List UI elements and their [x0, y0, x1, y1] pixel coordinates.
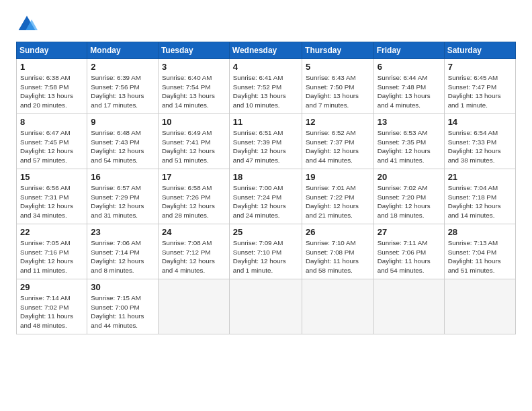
calendar-cell — [229, 279, 302, 334]
day-detail: Sunrise: 7:15 AMSunset: 7:00 PMDaylight:… — [91, 293, 154, 330]
day-detail: Sunrise: 6:47 AMSunset: 7:45 PMDaylight:… — [20, 128, 83, 165]
day-number: 14 — [448, 117, 512, 127]
day-number: 30 — [91, 282, 154, 292]
day-detail: Sunrise: 6:45 AMSunset: 7:47 PMDaylight:… — [448, 73, 512, 110]
calendar-cell: 13 Sunrise: 6:53 AMSunset: 7:35 PMDaylig… — [373, 114, 444, 169]
day-detail: Sunrise: 6:40 AMSunset: 7:54 PMDaylight:… — [162, 73, 226, 110]
day-number: 2 — [91, 62, 154, 72]
calendar-cell: 14 Sunrise: 6:54 AMSunset: 7:33 PMDaylig… — [444, 114, 515, 169]
day-number: 28 — [448, 227, 512, 237]
day-number: 18 — [233, 172, 298, 182]
day-detail: Sunrise: 6:52 AMSunset: 7:37 PMDaylight:… — [306, 128, 370, 165]
calendar-header-wednesday: Wednesday — [229, 42, 302, 59]
calendar-cell: 19 Sunrise: 7:01 AMSunset: 7:22 PMDaylig… — [302, 169, 374, 224]
calendar-cell — [158, 279, 229, 334]
day-detail: Sunrise: 7:00 AMSunset: 7:24 PMDaylight:… — [233, 183, 298, 220]
calendar-cell: 24 Sunrise: 7:08 AMSunset: 7:12 PMDaylig… — [158, 224, 229, 279]
day-detail: Sunrise: 6:48 AMSunset: 7:43 PMDaylight:… — [91, 128, 154, 165]
calendar-cell: 6 Sunrise: 6:44 AMSunset: 7:48 PMDayligh… — [373, 59, 444, 114]
day-number: 15 — [20, 172, 83, 182]
day-number: 26 — [306, 227, 370, 237]
calendar-cell: 27 Sunrise: 7:11 AMSunset: 7:06 PMDaylig… — [373, 224, 444, 279]
calendar-header-thursday: Thursday — [302, 42, 374, 59]
calendar-header-saturday: Saturday — [444, 42, 515, 59]
day-detail: Sunrise: 7:09 AMSunset: 7:10 PMDaylight:… — [233, 238, 298, 275]
day-detail: Sunrise: 6:38 AMSunset: 7:58 PMDaylight:… — [20, 73, 83, 110]
day-number: 25 — [233, 227, 298, 237]
calendar-cell: 2 Sunrise: 6:39 AMSunset: 7:56 PMDayligh… — [87, 59, 159, 114]
day-number: 17 — [162, 172, 226, 182]
calendar-cell: 28 Sunrise: 7:13 AMSunset: 7:04 PMDaylig… — [444, 224, 515, 279]
calendar-cell: 8 Sunrise: 6:47 AMSunset: 7:45 PMDayligh… — [17, 114, 87, 169]
day-detail: Sunrise: 6:43 AMSunset: 7:50 PMDaylight:… — [306, 73, 370, 110]
calendar-header-friday: Friday — [373, 42, 444, 59]
day-number: 10 — [162, 117, 226, 127]
day-number: 9 — [91, 117, 154, 127]
calendar-header-monday: Monday — [87, 42, 159, 59]
day-detail: Sunrise: 7:02 AMSunset: 7:20 PMDaylight:… — [378, 183, 441, 220]
day-detail: Sunrise: 6:44 AMSunset: 7:48 PMDaylight:… — [378, 73, 441, 110]
calendar-cell: 29 Sunrise: 7:14 AMSunset: 7:02 PMDaylig… — [17, 279, 87, 334]
day-detail: Sunrise: 7:05 AMSunset: 7:16 PMDaylight:… — [20, 238, 83, 275]
calendar-cell: 10 Sunrise: 6:49 AMSunset: 7:41 PMDaylig… — [158, 114, 229, 169]
calendar-table: SundayMondayTuesdayWednesdayThursdayFrid… — [16, 42, 516, 334]
calendar-cell: 25 Sunrise: 7:09 AMSunset: 7:10 PMDaylig… — [229, 224, 302, 279]
day-number: 29 — [20, 282, 83, 292]
day-detail: Sunrise: 6:41 AMSunset: 7:52 PMDaylight:… — [233, 73, 298, 110]
day-detail: Sunrise: 7:10 AMSunset: 7:08 PMDaylight:… — [306, 238, 370, 275]
calendar-cell: 23 Sunrise: 7:06 AMSunset: 7:14 PMDaylig… — [87, 224, 159, 279]
day-number: 12 — [306, 117, 370, 127]
calendar-cell: 12 Sunrise: 6:52 AMSunset: 7:37 PMDaylig… — [302, 114, 374, 169]
day-number: 24 — [162, 227, 226, 237]
day-detail: Sunrise: 6:54 AMSunset: 7:33 PMDaylight:… — [448, 128, 512, 165]
calendar-cell: 17 Sunrise: 6:58 AMSunset: 7:26 PMDaylig… — [158, 169, 229, 224]
calendar-cell: 1 Sunrise: 6:38 AMSunset: 7:58 PMDayligh… — [17, 59, 87, 114]
calendar-week-1: 1 Sunrise: 6:38 AMSunset: 7:58 PMDayligh… — [17, 59, 516, 114]
calendar-week-2: 8 Sunrise: 6:47 AMSunset: 7:45 PMDayligh… — [17, 114, 516, 169]
calendar-header-sunday: Sunday — [17, 42, 87, 59]
day-number: 11 — [233, 117, 298, 127]
calendar-week-3: 15 Sunrise: 6:56 AMSunset: 7:31 PMDaylig… — [17, 169, 516, 224]
logo-icon — [16, 13, 38, 35]
day-number: 16 — [91, 172, 154, 182]
day-number: 21 — [448, 172, 512, 182]
calendar-cell: 20 Sunrise: 7:02 AMSunset: 7:20 PMDaylig… — [373, 169, 444, 224]
day-number: 8 — [20, 117, 83, 127]
day-detail: Sunrise: 7:01 AMSunset: 7:22 PMDaylight:… — [306, 183, 370, 220]
logo — [16, 13, 40, 35]
day-number: 22 — [20, 227, 83, 237]
calendar-cell: 7 Sunrise: 6:45 AMSunset: 7:47 PMDayligh… — [444, 59, 515, 114]
calendar-cell: 3 Sunrise: 6:40 AMSunset: 7:54 PMDayligh… — [158, 59, 229, 114]
day-number: 6 — [378, 62, 441, 72]
calendar-header-tuesday: Tuesday — [158, 42, 229, 59]
calendar-cell: 11 Sunrise: 6:51 AMSunset: 7:39 PMDaylig… — [229, 114, 302, 169]
day-number: 7 — [448, 62, 512, 72]
day-number: 3 — [162, 62, 226, 72]
day-number: 20 — [378, 172, 441, 182]
calendar-cell: 5 Sunrise: 6:43 AMSunset: 7:50 PMDayligh… — [302, 59, 374, 114]
day-number: 1 — [20, 62, 83, 72]
calendar-cell: 30 Sunrise: 7:15 AMSunset: 7:00 PMDaylig… — [87, 279, 159, 334]
calendar-cell: 16 Sunrise: 6:57 AMSunset: 7:29 PMDaylig… — [87, 169, 159, 224]
day-number: 23 — [91, 227, 154, 237]
calendar-week-5: 29 Sunrise: 7:14 AMSunset: 7:02 PMDaylig… — [17, 279, 516, 334]
calendar-header-row: SundayMondayTuesdayWednesdayThursdayFrid… — [17, 42, 516, 59]
day-detail: Sunrise: 7:04 AMSunset: 7:18 PMDaylight:… — [448, 183, 512, 220]
calendar-cell: 22 Sunrise: 7:05 AMSunset: 7:16 PMDaylig… — [17, 224, 87, 279]
day-number: 13 — [378, 117, 441, 127]
calendar-cell: 18 Sunrise: 7:00 AMSunset: 7:24 PMDaylig… — [229, 169, 302, 224]
day-detail: Sunrise: 6:57 AMSunset: 7:29 PMDaylight:… — [91, 183, 154, 220]
day-number: 5 — [306, 62, 370, 72]
calendar-cell — [302, 279, 374, 334]
calendar-week-4: 22 Sunrise: 7:05 AMSunset: 7:16 PMDaylig… — [17, 224, 516, 279]
day-detail: Sunrise: 7:11 AMSunset: 7:06 PMDaylight:… — [378, 238, 441, 275]
calendar-cell: 26 Sunrise: 7:10 AMSunset: 7:08 PMDaylig… — [302, 224, 374, 279]
day-detail: Sunrise: 7:08 AMSunset: 7:12 PMDaylight:… — [162, 238, 226, 275]
page: SundayMondayTuesdayWednesdayThursdayFrid… — [0, 0, 532, 411]
header — [16, 13, 516, 35]
day-detail: Sunrise: 6:53 AMSunset: 7:35 PMDaylight:… — [378, 128, 441, 165]
calendar-cell: 4 Sunrise: 6:41 AMSunset: 7:52 PMDayligh… — [229, 59, 302, 114]
day-number: 4 — [233, 62, 298, 72]
day-detail: Sunrise: 7:13 AMSunset: 7:04 PMDaylight:… — [448, 238, 512, 275]
day-detail: Sunrise: 6:51 AMSunset: 7:39 PMDaylight:… — [233, 128, 298, 165]
